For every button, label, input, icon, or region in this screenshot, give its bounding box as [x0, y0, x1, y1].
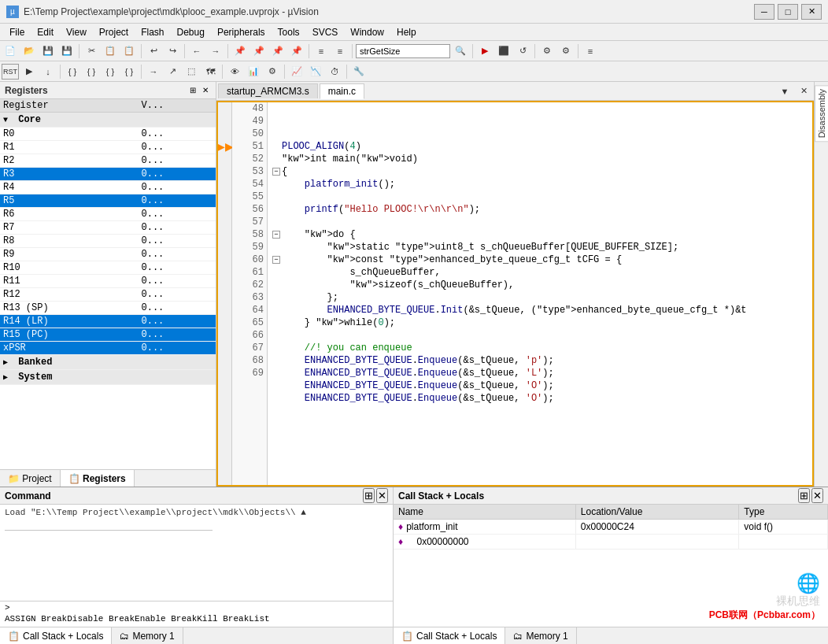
bookmark4[interactable]: 📌	[288, 43, 305, 59]
bookmark3[interactable]: 📌	[269, 43, 286, 59]
tab-dropdown-button[interactable]: ▼	[776, 83, 793, 99]
open-button[interactable]: 📂	[20, 43, 38, 59]
banked-section[interactable]: ▶ Banked	[0, 355, 216, 370]
code-editor[interactable]: ▶▶ 4849505152535455565758596061626364656…	[216, 101, 814, 487]
periph-button[interactable]: ⚙	[264, 64, 281, 80]
register-row-r8[interactable]: R80...	[0, 235, 216, 248]
collapse-button-58[interactable]: −	[272, 256, 280, 264]
tool-button[interactable]: 🔧	[350, 64, 368, 80]
menu-item-debug[interactable]: Debug	[171, 25, 211, 39]
redo-button[interactable]: ↪	[164, 43, 181, 59]
menu-item-flash[interactable]: Flash	[135, 25, 170, 39]
callstack-row[interactable]: ♦platform_init 0x00000C24 void f()	[394, 520, 828, 535]
tab-memory1-bottom[interactable]: 🗂Memory 1	[112, 627, 183, 644]
code-content[interactable]: PLOOC_ALIGN(4)"kw">int main("kw">void)−{…	[268, 102, 812, 485]
register-row-r4[interactable]: R40...	[0, 181, 216, 194]
settings2-button[interactable]: ⚙	[557, 43, 575, 59]
search-input[interactable]	[356, 44, 450, 58]
mem-button[interactable]: ⬚	[183, 64, 200, 80]
disassembly-label[interactable]: Disassembly	[815, 85, 829, 142]
bookmark2[interactable]: 📌	[250, 43, 268, 59]
callstack-float-button[interactable]: ⊞	[798, 488, 810, 503]
bookmark1[interactable]: 📌	[231, 43, 249, 59]
arrow-button[interactable]: →	[145, 64, 162, 80]
maximize-button[interactable]: □	[778, 4, 798, 20]
register-row-r13--sp-[interactable]: R13 (SP)0...	[0, 302, 216, 315]
copy-button[interactable]: 📋	[102, 43, 119, 59]
register-row-r9[interactable]: R90...	[0, 248, 216, 261]
collapse-button-51[interactable]: −	[272, 168, 280, 176]
register-row-r14--lr-[interactable]: R14 (LR)0...	[0, 315, 216, 328]
collapse-button-56[interactable]: −	[272, 231, 280, 239]
brace1-button[interactable]: { }	[64, 64, 81, 80]
save-button[interactable]: 💾	[39, 43, 57, 59]
paste-button[interactable]: 📋	[120, 43, 138, 59]
tab-startup[interactable]: startup_ARMCM3.s	[218, 83, 318, 98]
tab-project[interactable]: 📁 Project	[0, 470, 61, 487]
reset-button[interactable]: ↺	[514, 43, 531, 59]
menu-item-peripherals[interactable]: Peripherals	[211, 25, 272, 39]
trace-button[interactable]: 📈	[288, 64, 305, 80]
brace3-button[interactable]: { }	[102, 64, 119, 80]
tab-registers[interactable]: 📋 Registers	[61, 470, 135, 487]
register-row-r0[interactable]: R00...	[0, 128, 216, 141]
back-button[interactable]: ←	[188, 43, 205, 59]
menu-item-window[interactable]: Window	[344, 25, 390, 39]
menu-item-help[interactable]: Help	[390, 25, 423, 39]
minimize-button[interactable]: ─	[754, 4, 774, 20]
tab-callstack2[interactable]: 📋Call Stack + Locals	[394, 627, 505, 644]
undo-button[interactable]: ↩	[145, 43, 162, 59]
run2-button[interactable]: ▶	[20, 64, 38, 80]
cut-button[interactable]: ✂	[83, 43, 100, 59]
list2-button[interactable]: ≡	[331, 43, 349, 59]
register-row-r12[interactable]: R120...	[0, 288, 216, 302]
save-all-button[interactable]: 💾	[58, 43, 76, 59]
callstack-close-button[interactable]: ✕	[811, 488, 823, 503]
panel-close-button[interactable]: ✕	[200, 85, 211, 96]
search-go-button[interactable]: 🔍	[452, 43, 469, 59]
reg-button[interactable]: 📊	[245, 64, 262, 80]
register-row-r3[interactable]: R30...	[0, 168, 216, 181]
callstack-row[interactable]: ♦ 0x00000000	[394, 535, 828, 550]
register-table[interactable]: Register V... ▼ CoreR00...R10...R20...R3…	[0, 99, 216, 469]
menu-item-svcs[interactable]: SVCS	[306, 25, 345, 39]
system-section[interactable]: ▶ System	[0, 370, 216, 385]
map-button[interactable]: 🗺	[201, 64, 219, 80]
command-output[interactable]: Load "E:\\Temp Project\\example\\project…	[0, 505, 393, 601]
list-button[interactable]: ≡	[312, 43, 330, 59]
close-button[interactable]: ✕	[801, 4, 822, 20]
register-row-r15--pc-[interactable]: R15 (PC)0...	[0, 328, 216, 342]
command-close-button[interactable]: ✕	[376, 488, 388, 503]
command-float-button[interactable]: ⊞	[363, 488, 375, 503]
new-button[interactable]: 📄	[2, 43, 19, 59]
menu-item-view[interactable]: View	[60, 25, 93, 39]
menu-item-edit[interactable]: Edit	[31, 25, 60, 39]
register-row-r1[interactable]: R10...	[0, 141, 216, 154]
tab-memory2[interactable]: 🗂Memory 1	[505, 627, 576, 644]
tab-close-button[interactable]: ✕	[795, 83, 812, 99]
more-button[interactable]: ≡	[582, 43, 599, 59]
register-row-r11[interactable]: R110...	[0, 275, 216, 288]
register-row-xpsr[interactable]: xPSR0...	[0, 342, 216, 355]
panel-float-button[interactable]: ⊞	[187, 85, 198, 96]
menu-item-project[interactable]: Project	[93, 25, 135, 39]
forward-button[interactable]: →	[207, 43, 224, 59]
register-row-r6[interactable]: R60...	[0, 208, 216, 221]
goto-button[interactable]: ↗	[164, 64, 181, 80]
brace2-button[interactable]: { }	[83, 64, 100, 80]
run-button[interactable]: ▶	[476, 43, 493, 59]
settings-button[interactable]: ⚙	[538, 43, 556, 59]
perf-button[interactable]: ⏱	[326, 64, 343, 80]
tab-callstack-bottom[interactable]: 📋Call Stack + Locals	[0, 627, 112, 644]
register-row-r5[interactable]: R50...	[0, 194, 216, 208]
watch-button[interactable]: 👁	[226, 64, 243, 80]
menu-item-file[interactable]: File	[3, 25, 31, 39]
register-row-r7[interactable]: R70...	[0, 221, 216, 235]
menu-item-tools[interactable]: Tools	[272, 25, 306, 39]
tab-main-c[interactable]: main.c	[320, 83, 364, 99]
register-row-r2[interactable]: R20...	[0, 154, 216, 168]
register-row-r10[interactable]: R100...	[0, 261, 216, 275]
logic-button[interactable]: 📉	[307, 64, 324, 80]
step-button[interactable]: ↓	[39, 64, 57, 80]
rst-button[interactable]: RST	[2, 64, 19, 80]
